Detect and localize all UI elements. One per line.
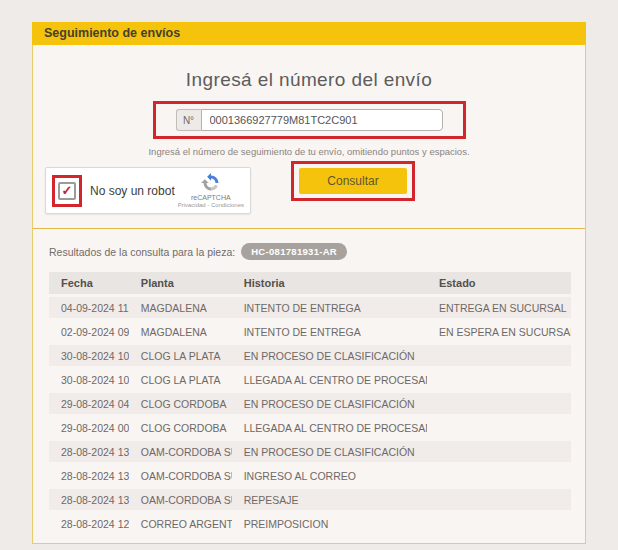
table-cell: [427, 345, 571, 366]
input-prefix-label: N°: [176, 109, 201, 131]
annotation-box-checkbox: ✓: [52, 175, 82, 207]
table-cell: ENTREGA EN SUCURSAL: [427, 297, 571, 318]
recaptcha-brand-name: reCAPTCHA: [178, 194, 244, 202]
tracking-panel: Ingresá el número del envío N° Ingresá e…: [32, 45, 586, 544]
table-cell: 04-09-2024 11:34: [49, 297, 129, 318]
table-cell: [427, 393, 571, 414]
table-cell: CLOG CORDOBA: [129, 393, 232, 414]
table-header-cell: Planta: [129, 272, 232, 294]
table-cell: MAGDALENA: [129, 321, 232, 342]
table-cell: INGRESO AL CORREO: [232, 465, 427, 486]
table-cell: 30-08-2024 10:32: [49, 369, 129, 390]
table-row: 28-08-2024 12:18CORREO ARGENTINOPREIMPOS…: [49, 513, 571, 534]
table-cell: CLOG CORDOBA: [129, 417, 232, 438]
table-cell: 28-08-2024 13:45: [49, 465, 129, 486]
table-cell: REPESAJE: [232, 489, 427, 510]
table-header-cell: Fecha: [49, 272, 129, 294]
table-cell: EN PROCESO DE CLASIFICACIÓN: [232, 393, 427, 414]
table-row: 29-08-2024 00:39CLOG CORDOBALLEGADA AL C…: [49, 417, 571, 438]
table-row: 29-08-2024 04:45CLOG CORDOBAEN PROCESO D…: [49, 393, 571, 414]
results-table-head: FechaPlantaHistoriaEstado: [49, 272, 571, 294]
table-cell: 28-08-2024 13:45: [49, 489, 129, 510]
table-cell: 29-08-2024 04:45: [49, 393, 129, 414]
table-cell: INTENTO DE ENTREGA: [232, 321, 427, 342]
table-row: 28-08-2024 13:45OAM-CORDOBA SUC16INGRESO…: [49, 465, 571, 486]
table-cell: CLOG LA PLATA: [129, 345, 232, 366]
results-table-body: 04-09-2024 11:34MAGDALENAINTENTO DE ENTR…: [49, 297, 571, 534]
table-cell: PREIMPOSICION: [232, 513, 427, 534]
table-cell: [427, 489, 571, 510]
captcha-row: ✓ No soy un robot reCAPTCHA Privacidad -…: [33, 167, 585, 214]
table-cell: 28-08-2024 12:18: [49, 513, 129, 534]
table-cell: [427, 369, 571, 390]
table-cell: 28-08-2024 13:51: [49, 441, 129, 462]
table-cell: EN PROCESO DE CLASIFICACIÓN: [232, 345, 427, 366]
section-header: Seguimiento de envíos: [32, 22, 586, 45]
table-row: 28-08-2024 13:51OAM-CORDOBA SUC16EN PROC…: [49, 441, 571, 462]
recaptcha-icon: [201, 173, 221, 193]
table-cell: [427, 513, 571, 534]
table-cell: LLEGADA AL CENTRO DE PROCESAMIENTO: [232, 417, 427, 438]
recaptcha-widget: ✓ No soy un robot reCAPTCHA Privacidad -…: [45, 167, 251, 214]
table-cell: [427, 465, 571, 486]
tracking-widget: Seguimiento de envíos Ingresá el número …: [32, 22, 586, 544]
tracking-number-group: N°: [176, 109, 443, 131]
tracking-number-input[interactable]: [201, 109, 443, 131]
table-header-cell: Estado: [427, 272, 571, 294]
table-cell: [427, 417, 571, 438]
table-cell: 30-08-2024 10:33: [49, 345, 129, 366]
table-row: 30-08-2024 10:32CLOG LA PLATALLEGADA AL …: [49, 369, 571, 390]
results-table: FechaPlantaHistoriaEstado 04-09-2024 11:…: [49, 269, 571, 537]
results-section: Resultados de la consulta para la pieza:…: [33, 229, 585, 537]
table-row: 02-09-2024 09:03MAGDALENAINTENTO DE ENTR…: [49, 321, 571, 342]
table-cell: OAM-CORDOBA SUC16: [129, 441, 232, 462]
table-cell: MAGDALENA: [129, 297, 232, 318]
table-header-cell: Historia: [232, 272, 427, 294]
search-heading: Ingresá el número del envío: [33, 45, 585, 91]
table-cell: LLEGADA AL CENTRO DE PROCESAMIENTO: [232, 369, 427, 390]
table-cell: OAM-CORDOBA SUC16: [129, 465, 232, 486]
section-title: Seguimiento de envíos: [44, 26, 180, 40]
results-label: Resultados de la consulta para la pieza:: [49, 246, 235, 258]
table-cell: INTENTO DE ENTREGA: [232, 297, 427, 318]
table-cell: EN PROCESO DE CLASIFICACIÓN: [232, 441, 427, 462]
annotation-box-submit: Consultar: [291, 161, 415, 201]
recaptcha-brand: reCAPTCHA Privacidad - Condiciones: [178, 173, 244, 208]
table-cell: OAM-CORDOBA SUC16: [129, 489, 232, 510]
table-row: 30-08-2024 10:33CLOG LA PLATAEN PROCESO …: [49, 345, 571, 366]
table-cell: EN ESPERA EN SUCURSAL: [427, 321, 571, 342]
table-row: 28-08-2024 13:45OAM-CORDOBA SUC16REPESAJ…: [49, 489, 571, 510]
input-helper-text: Ingresá el número de seguimiento de tu e…: [33, 146, 585, 157]
recaptcha-privacy-links[interactable]: Privacidad - Condiciones: [178, 202, 244, 209]
table-cell: [427, 441, 571, 462]
consultar-button[interactable]: Consultar: [299, 168, 407, 194]
table-row: 04-09-2024 11:34MAGDALENAINTENTO DE ENTR…: [49, 297, 571, 318]
annotation-box-input: N°: [153, 101, 466, 139]
table-cell: 02-09-2024 09:03: [49, 321, 129, 342]
recaptcha-label: No soy un robot: [90, 184, 175, 198]
recaptcha-checkbox[interactable]: ✓: [58, 182, 76, 200]
table-header-row: FechaPlantaHistoriaEstado: [49, 272, 571, 294]
table-cell: CLOG LA PLATA: [129, 369, 232, 390]
piece-id-badge: HC-081781931-AR: [241, 243, 347, 260]
table-cell: CORREO ARGENTINO: [129, 513, 232, 534]
table-cell: 29-08-2024 00:39: [49, 417, 129, 438]
